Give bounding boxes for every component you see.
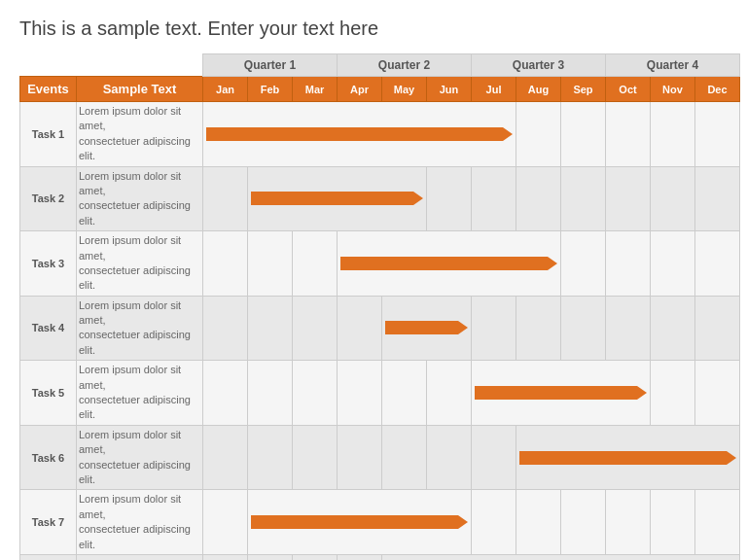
sample-text-header: Sample Text xyxy=(77,77,203,102)
task-label-6: Task 6 xyxy=(20,425,77,490)
cell-task6-month7 xyxy=(472,425,516,490)
cell-task1-month10 xyxy=(606,102,651,167)
task-label-4: Task 4 xyxy=(20,296,77,361)
cell-task7-month8 xyxy=(516,490,561,555)
month-header-feb: Feb xyxy=(248,77,293,102)
cell-task4-month10 xyxy=(606,296,651,361)
page-container: This is a sample text. Enter your text h… xyxy=(19,18,728,560)
month-header-nov: Nov xyxy=(651,77,695,102)
task-desc-2: Lorem ipsum dolor sit amet,consectetuer … xyxy=(77,166,203,231)
month-header-apr: Apr xyxy=(338,77,382,102)
month-header-oct: Oct xyxy=(606,77,651,102)
task-desc-7: Lorem ipsum dolor sit amet,consectetuer … xyxy=(77,490,203,555)
cell-task8-month3 xyxy=(293,554,338,560)
cell-task5-month3 xyxy=(293,361,338,426)
cell-task5-month1 xyxy=(203,361,248,426)
cell-task4-month12 xyxy=(695,296,740,361)
month-header-sep: Sep xyxy=(561,77,606,102)
cell-task2-month11 xyxy=(651,166,695,231)
table-row: Task 2Lorem ipsum dolor sit amet,consect… xyxy=(20,166,740,231)
cell-task4-month4 xyxy=(338,296,382,361)
task-desc-8: Lorem ipsum dolor sit amet,consectetuer … xyxy=(77,554,203,560)
cell-task5-month2 xyxy=(248,361,293,426)
quarter-header-quarter-3: Quarter 3 xyxy=(472,54,606,77)
cell-task4-month8 xyxy=(516,296,561,361)
month-header-may: May xyxy=(382,77,427,102)
cell-task2-month6 xyxy=(427,166,472,231)
task-label-5: Task 5 xyxy=(20,361,77,426)
cell-task1-month8 xyxy=(516,102,561,167)
quarter-header-quarter-2: Quarter 2 xyxy=(338,54,472,77)
cell-task6-month5 xyxy=(382,425,427,490)
cell-task1-month11 xyxy=(651,102,695,167)
cell-task3-month1 xyxy=(203,231,248,297)
cell-task8-month2 xyxy=(248,554,293,560)
cell-task3-month9 xyxy=(561,231,606,297)
task-label-1: Task 1 xyxy=(20,102,77,167)
cell-task7-month11 xyxy=(651,490,695,555)
table-row: Task 6Lorem ipsum dolor sit amet,consect… xyxy=(20,425,740,490)
task-label-7: Task 7 xyxy=(20,490,77,555)
cell-task5-month11 xyxy=(651,361,695,426)
gantt-chart: Quarter 1Quarter 2Quarter 3Quarter 4 Eve… xyxy=(19,53,728,560)
cell-task6-month1 xyxy=(203,425,248,490)
task-label-2: Task 2 xyxy=(20,166,77,231)
events-header: Events xyxy=(20,77,77,102)
cell-task7-month2 xyxy=(248,490,472,555)
main-title: This is a sample text. Enter your text h… xyxy=(19,18,728,40)
task-desc-5: Lorem ipsum dolor sit amet,consectetuer … xyxy=(77,361,203,426)
cell-task2-month12 xyxy=(695,166,740,231)
cell-task7-month12 xyxy=(695,490,740,555)
cell-task3-month11 xyxy=(651,231,695,297)
month-header-jan: Jan xyxy=(203,77,248,102)
cell-task5-month5 xyxy=(382,361,427,426)
quarter-header-quarter-4: Quarter 4 xyxy=(606,54,740,77)
table-row: Task 5Lorem ipsum dolor sit amet,consect… xyxy=(20,361,740,426)
cell-task4-month7 xyxy=(472,296,516,361)
cell-task6-month2 xyxy=(248,425,293,490)
month-header-aug: Aug xyxy=(516,77,561,102)
cell-task2-month2 xyxy=(248,166,427,231)
task-desc-3: Lorem ipsum dolor sit amet,consectetuer … xyxy=(77,231,203,297)
cell-task3-month3 xyxy=(293,231,338,297)
cell-task6-month6 xyxy=(427,425,472,490)
cell-task6-month4 xyxy=(338,425,382,490)
cell-task8-month5 xyxy=(382,554,740,560)
cell-task4-month1 xyxy=(203,296,248,361)
month-header-jul: Jul xyxy=(472,77,516,102)
cell-task5-month12 xyxy=(695,361,740,426)
cell-task5-month7 xyxy=(472,361,651,426)
task-desc-6: Lorem ipsum dolor sit amet,consectetuer … xyxy=(77,425,203,490)
cell-task4-month5 xyxy=(382,296,472,361)
cell-task7-month1 xyxy=(203,490,248,555)
task-desc-4: Lorem ipsum dolor sit amet,consectetuer … xyxy=(77,296,203,361)
cell-task3-month12 xyxy=(695,231,740,297)
cell-task1-month9 xyxy=(561,102,606,167)
cell-task7-month7 xyxy=(472,490,516,555)
cell-task6-month3 xyxy=(293,425,338,490)
cell-task8-month4 xyxy=(338,554,382,560)
cell-task2-month9 xyxy=(561,166,606,231)
cell-task2-month7 xyxy=(472,166,516,231)
table-row: Task 4Lorem ipsum dolor sit amet,consect… xyxy=(20,296,740,361)
task-desc-1: Lorem ipsum dolor sit amet,consectetuer … xyxy=(77,102,203,167)
cell-task4-month2 xyxy=(248,296,293,361)
cell-task4-month11 xyxy=(651,296,695,361)
quarter-header-quarter-1: Quarter 1 xyxy=(203,54,338,77)
cell-task6-month8 xyxy=(516,425,740,490)
cell-task4-month3 xyxy=(293,296,338,361)
cell-task7-month10 xyxy=(606,490,651,555)
month-header-dec: Dec xyxy=(695,77,740,102)
cell-task3-month2 xyxy=(248,231,293,297)
cell-task1-month12 xyxy=(695,102,740,167)
cell-task4-month9 xyxy=(561,296,606,361)
table-row: Task 7Lorem ipsum dolor sit amet,consect… xyxy=(20,490,740,555)
table-row: Task 8Lorem ipsum dolor sit amet,consect… xyxy=(20,554,740,560)
cell-task7-month9 xyxy=(561,490,606,555)
task-label-8: Task 8 xyxy=(20,554,77,560)
cell-task2-month8 xyxy=(516,166,561,231)
cell-task5-month4 xyxy=(338,361,382,426)
cell-task1-month1 xyxy=(203,102,516,167)
cell-task2-month1 xyxy=(203,166,248,231)
cell-task2-month10 xyxy=(606,166,651,231)
